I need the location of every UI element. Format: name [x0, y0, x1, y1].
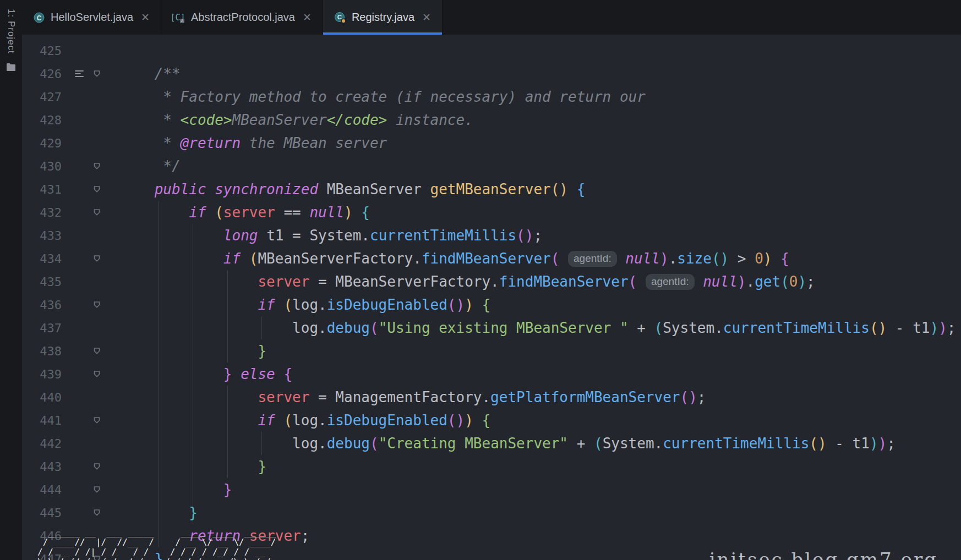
gutter-icons: [70, 432, 111, 455]
line-number[interactable]: 431: [22, 183, 70, 196]
line-number[interactable]: 436: [22, 298, 70, 312]
render-doc-icon[interactable]: [70, 69, 88, 78]
fold-marker-icon[interactable]: [88, 208, 106, 217]
code-line[interactable]: 430 */: [22, 155, 961, 178]
gutter-icons: [70, 501, 111, 524]
line-number[interactable]: 437: [22, 321, 70, 335]
code-text: public synchronized MBeanServer getMBean…: [111, 181, 585, 197]
gutter-icons: [70, 108, 111, 131]
code-line[interactable]: 428 * <code>MBeanServer</code> instance.: [22, 108, 961, 131]
close-icon[interactable]: ✕: [303, 12, 312, 23]
line-number[interactable]: 429: [22, 136, 70, 150]
gutter-icons: [70, 62, 111, 85]
fold-marker-icon[interactable]: [88, 347, 106, 355]
code-text: */: [111, 158, 181, 174]
code-line[interactable]: 439 } else {: [22, 363, 961, 386]
editor-lines: 425426 /**427 * Factory method to create…: [22, 39, 961, 560]
fold-marker-icon[interactable]: [88, 300, 106, 309]
editor[interactable]: 425426 /**427 * Factory method to create…: [22, 35, 961, 560]
code-line[interactable]: 434 if (MBeanServerFactory.findMBeanServ…: [22, 247, 961, 270]
line-number[interactable]: 440: [22, 391, 70, 404]
code-text: server = MBeanServerFactory.findMBeanSer…: [111, 273, 815, 290]
watermark-text: initsec blog.gm7.org: [709, 548, 938, 560]
code-text: * Factory method to create (if necessary…: [111, 89, 646, 105]
tab-label: Registry.java: [352, 11, 414, 24]
gutter-icons: [70, 293, 111, 316]
line-number[interactable]: 444: [22, 483, 70, 497]
line-number[interactable]: 442: [22, 437, 70, 451]
line-number[interactable]: 445: [22, 506, 70, 520]
watermark-ascii-art: ______ __ ___ _____ ____ ____ ______ / _…: [37, 528, 281, 560]
fold-marker-icon[interactable]: [88, 462, 106, 471]
code-line[interactable]: 425: [22, 39, 961, 62]
code-line[interactable]: 432 if (server == null) {: [22, 201, 961, 224]
close-icon[interactable]: ✕: [141, 12, 150, 23]
code-line[interactable]: 443 }: [22, 455, 961, 478]
code-line[interactable]: 437 log.debug("Using existing MBeanServe…: [22, 316, 961, 339]
line-number[interactable]: 439: [22, 367, 70, 381]
fold-marker-icon[interactable]: [88, 416, 106, 425]
gutter-icons: [70, 339, 111, 363]
code-line[interactable]: 431 public synchronized MBeanServer getM…: [22, 178, 961, 201]
folder-icon[interactable]: [6, 63, 16, 74]
line-number[interactable]: 438: [22, 344, 70, 358]
code-line[interactable]: 427 * Factory method to create (if neces…: [22, 85, 961, 108]
line-number[interactable]: 441: [22, 414, 70, 427]
code-line[interactable]: 444 }: [22, 478, 961, 501]
svg-text:C: C: [337, 14, 342, 20]
code-line[interactable]: 438 }: [22, 339, 961, 363]
code-text: if (log.isDebugEnabled()) {: [111, 412, 490, 429]
ide-window: 1: Project CHelloServlet.java✕[C]AAbstra…: [0, 0, 961, 560]
line-number[interactable]: 428: [22, 113, 70, 127]
class-icon: C: [33, 12, 45, 24]
code-line[interactable]: 436 if (log.isDebugEnabled()) {: [22, 293, 961, 316]
code-line[interactable]: 429 * @return the MBean server: [22, 131, 961, 155]
fold-marker-icon[interactable]: [88, 254, 106, 263]
code-text: server = ManagementFactory.getPlatformMB…: [111, 389, 706, 405]
line-number[interactable]: 432: [22, 206, 70, 219]
code-line[interactable]: 442 log.debug("Creating MBeanServer" + (…: [22, 432, 961, 455]
code-text: }: [111, 504, 198, 521]
code-line[interactable]: 435 server = MBeanServerFactory.findMBea…: [22, 270, 961, 293]
code-text: }: [111, 458, 266, 475]
code-text: log.debug("Using existing MBeanServer " …: [111, 320, 955, 336]
class-icon: C: [334, 12, 346, 24]
gutter-icons: [70, 39, 111, 62]
code-line[interactable]: 441 if (log.isDebugEnabled()) {: [22, 409, 961, 432]
gutter-icons: [70, 131, 111, 155]
project-tool-window-button[interactable]: 1: Project: [6, 9, 17, 54]
tab-registry-java[interactable]: CRegistry.java✕: [323, 0, 443, 35]
line-number[interactable]: 430: [22, 160, 70, 173]
parameter-hint-inlay: agentId:: [646, 274, 695, 290]
gutter-icons: [70, 270, 111, 293]
line-number[interactable]: 427: [22, 90, 70, 104]
line-number[interactable]: 433: [22, 229, 70, 243]
fold-marker-icon[interactable]: [88, 508, 106, 517]
code-text: long t1 = System.currentTimeMillis();: [111, 227, 542, 244]
tab-helloservlet-java[interactable]: CHelloServlet.java✕: [22, 0, 161, 35]
close-icon[interactable]: ✕: [422, 12, 431, 23]
fold-marker-icon[interactable]: [88, 69, 106, 78]
code-text: * <code>MBeanServer</code> instance.: [111, 112, 473, 128]
line-number[interactable]: 425: [22, 44, 70, 58]
code-line[interactable]: 433 long t1 = System.currentTimeMillis()…: [22, 224, 961, 247]
fold-marker-icon[interactable]: [88, 185, 106, 194]
code-line[interactable]: 440 server = ManagementFactory.getPlatfo…: [22, 386, 961, 409]
tab-abstractprotocol-java[interactable]: [C]AAbstractProtocol.java✕: [161, 0, 323, 35]
code-text: /**: [111, 65, 181, 82]
code-text: log.debug("Creating MBeanServer" + (Syst…: [111, 435, 896, 452]
fold-marker-icon[interactable]: [88, 485, 106, 494]
line-number[interactable]: 426: [22, 67, 70, 81]
line-number[interactable]: 434: [22, 252, 70, 266]
gutter-icons: [70, 478, 111, 501]
gutter-icons: [70, 85, 111, 108]
fold-marker-icon[interactable]: [88, 370, 106, 378]
code-line[interactable]: 426 /**: [22, 62, 961, 85]
line-number[interactable]: 435: [22, 275, 70, 289]
library-class-icon: [C]A: [172, 12, 185, 24]
line-number[interactable]: 443: [22, 460, 70, 474]
code-text: }: [111, 481, 232, 498]
tool-window-stripe: 1: Project: [0, 0, 22, 560]
fold-marker-icon[interactable]: [88, 162, 106, 171]
code-line[interactable]: 445 }: [22, 501, 961, 524]
